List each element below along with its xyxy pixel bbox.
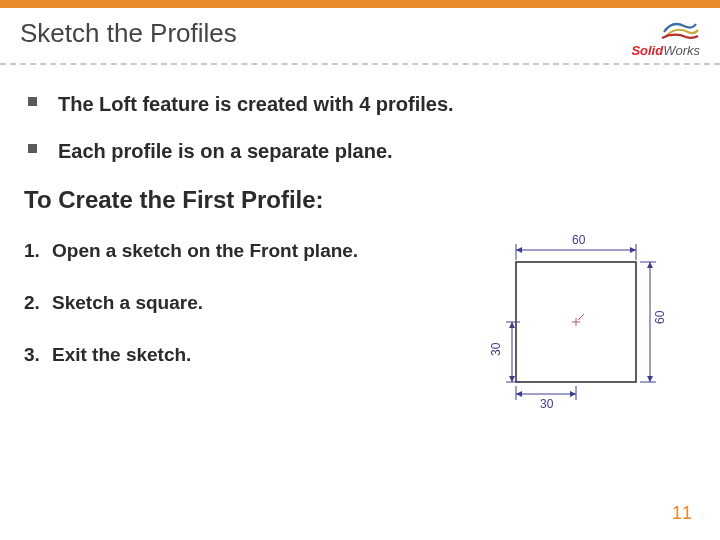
brand-logo-text: SolidWorks bbox=[631, 43, 700, 58]
brand-works: Works bbox=[663, 43, 700, 58]
step-number: 1. bbox=[24, 240, 52, 262]
square-bullet-icon bbox=[28, 97, 37, 106]
divider bbox=[0, 63, 720, 65]
slide: Sketch the Profiles SolidWorks The Loft … bbox=[0, 0, 720, 540]
page-number: 11 bbox=[672, 503, 692, 524]
step-text: Open a sketch on the Front plane. bbox=[52, 240, 466, 262]
dim-bottom: 30 bbox=[540, 397, 554, 411]
step-text: Sketch a square. bbox=[52, 292, 466, 314]
steps-row: 1. Open a sketch on the Front plane. 2. … bbox=[24, 240, 696, 412]
step-number: 3. bbox=[24, 344, 52, 366]
svg-line-3 bbox=[578, 314, 584, 320]
step-item: 1. Open a sketch on the Front plane. bbox=[24, 240, 466, 262]
ds-logo-icon bbox=[660, 18, 700, 42]
step-item: 2. Sketch a square. bbox=[24, 292, 466, 314]
bullet-text: Each profile is on a separate plane. bbox=[58, 140, 393, 162]
bullet-item: Each profile is on a separate plane. bbox=[24, 139, 696, 164]
step-item: 3. Exit the sketch. bbox=[24, 344, 466, 366]
brand-solid: Solid bbox=[631, 43, 663, 58]
sketch-diagram: 60 60 bbox=[476, 232, 696, 412]
bullet-list: The Loft feature is created with 4 profi… bbox=[24, 92, 696, 164]
title-row: Sketch the Profiles SolidWorks bbox=[20, 18, 700, 62]
step-number: 2. bbox=[24, 292, 52, 314]
dim-right: 60 bbox=[653, 310, 667, 324]
step-text: Exit the sketch. bbox=[52, 344, 466, 366]
numbered-steps: 1. Open a sketch on the Front plane. 2. … bbox=[24, 240, 466, 396]
page-title: Sketch the Profiles bbox=[20, 18, 237, 49]
content-area: The Loft feature is created with 4 profi… bbox=[24, 92, 696, 412]
square-bullet-icon bbox=[28, 144, 37, 153]
top-accent-bar bbox=[0, 0, 720, 8]
sub-heading: To Create the First Profile: bbox=[24, 186, 696, 214]
dim-left: 30 bbox=[489, 342, 503, 356]
bullet-text: The Loft feature is created with 4 profi… bbox=[58, 93, 454, 115]
bullet-item: The Loft feature is created with 4 profi… bbox=[24, 92, 696, 117]
dim-top: 60 bbox=[572, 233, 586, 247]
brand-logo: SolidWorks bbox=[631, 18, 700, 58]
